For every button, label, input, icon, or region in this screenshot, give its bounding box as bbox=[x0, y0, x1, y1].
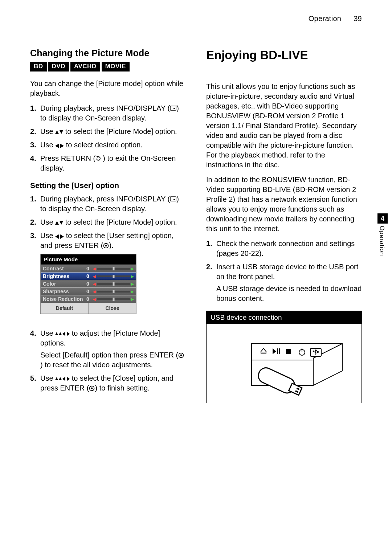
steps-user-option-4-5: Use to adjust the [Picture Mode] options… bbox=[30, 328, 186, 393]
column-right: Enjoying BD-LIVE This unit allows you to… bbox=[206, 47, 362, 403]
step-1: During playback, press INFO/DISPLAY () t… bbox=[30, 103, 186, 123]
svg-marker-11 bbox=[55, 234, 59, 239]
heading-bd-live: Enjoying BD-LIVE bbox=[206, 47, 362, 64]
svg-marker-12 bbox=[60, 234, 64, 239]
user-step-4: Use to adjust the [Picture Mode] options… bbox=[30, 328, 186, 370]
svg-marker-24 bbox=[67, 377, 70, 381]
intro-paragraph: You can change the [Picture mode] option… bbox=[30, 79, 186, 98]
osd-title: Picture Mode bbox=[41, 254, 136, 265]
bd-live-paragraph-2: In addition to the BONUSVIEW function, B… bbox=[206, 175, 362, 234]
steps-bd-live: Check the network connection and setting… bbox=[206, 239, 362, 303]
step-3: Use to select desired option. bbox=[30, 140, 186, 150]
osd-footer: Default Close bbox=[41, 303, 136, 314]
svg-marker-4 bbox=[55, 144, 59, 148]
svg-rect-7 bbox=[170, 197, 176, 201]
side-tab: 4 Operation bbox=[377, 213, 388, 256]
info-display-icon bbox=[170, 196, 176, 202]
svg-marker-6 bbox=[96, 156, 98, 158]
heading-user-option: Setting the [User] option bbox=[30, 180, 186, 191]
step-4: Press RETURN () to exit the On-Screen di… bbox=[30, 154, 186, 173]
svg-marker-18 bbox=[67, 332, 70, 336]
enter-icon bbox=[103, 243, 109, 249]
picture-mode-osd: Picture Mode Contrast 0 ◀▶ Brightness 0 … bbox=[40, 254, 136, 314]
tag-avchd: AVCHD bbox=[70, 62, 100, 71]
svg-marker-2 bbox=[55, 130, 59, 134]
svg-marker-21 bbox=[55, 377, 58, 380]
osd-default-button: Default bbox=[41, 303, 89, 314]
bdlive-step-2-sub: A USB storage device is needed to downlo… bbox=[216, 284, 362, 303]
svg-rect-35 bbox=[277, 348, 278, 354]
side-tab-label: Operation bbox=[377, 226, 386, 256]
heading-picture-mode: Changing the Picture Mode bbox=[30, 47, 186, 60]
svg-rect-46 bbox=[317, 351, 318, 352]
return-icon bbox=[95, 156, 103, 162]
osd-row-color: Color 0 ◀▶ bbox=[41, 280, 136, 287]
info-display-icon bbox=[170, 106, 176, 111]
bdlive-step-1: Check the network connection and setting… bbox=[206, 239, 362, 258]
tag-movie: MOVIE bbox=[102, 62, 130, 71]
enter-icon bbox=[89, 385, 95, 391]
svg-point-45 bbox=[313, 351, 314, 352]
osd-slider: ◀▶ bbox=[91, 297, 136, 302]
user-step-1: During playback, press INFO/DISPLAY () t… bbox=[30, 194, 186, 214]
osd-close-button: Close bbox=[89, 303, 136, 314]
osd-slider: ◀▶ bbox=[91, 282, 136, 287]
svg-point-20 bbox=[180, 355, 182, 356]
column-left: Changing the Picture Mode BD DVD AVCHD M… bbox=[30, 47, 186, 403]
usb-panel: USB device connection bbox=[206, 311, 362, 404]
osd-slider: ◀▶ bbox=[91, 266, 136, 271]
left-right-icon bbox=[55, 234, 64, 239]
steps-change-picture-mode: During playback, press INFO/DISPLAY () t… bbox=[30, 103, 186, 173]
user-step-3: Use to select the [User setting] option,… bbox=[30, 231, 186, 250]
four-way-icon bbox=[55, 376, 70, 381]
osd-slider: ◀▶ bbox=[91, 274, 136, 279]
osd-slider: ◀▶ bbox=[91, 289, 136, 294]
user-step-4-sub: Select [Default] option then press ENTER… bbox=[40, 350, 186, 370]
svg-rect-0 bbox=[170, 106, 176, 110]
disc-type-tags: BD DVD AVCHD MOVIE bbox=[30, 62, 186, 71]
bdlive-step-2: Insert a USB storage device to the USB p… bbox=[206, 262, 362, 303]
svg-marker-22 bbox=[59, 377, 62, 380]
running-header: Operation 39 bbox=[309, 14, 362, 24]
svg-rect-8 bbox=[173, 199, 175, 200]
svg-marker-17 bbox=[62, 332, 65, 336]
up-down-icon bbox=[55, 220, 63, 225]
svg-marker-5 bbox=[60, 144, 64, 148]
side-tab-number: 4 bbox=[377, 213, 388, 224]
tag-dvd: DVD bbox=[48, 62, 69, 71]
user-step-5: Use to select the [Close] option, and pr… bbox=[30, 373, 186, 393]
user-step-2: Use to select the [Picture Mode] option. bbox=[30, 217, 186, 227]
bd-live-paragraph-1: This unit allows you to enjoy functions … bbox=[206, 82, 362, 170]
svg-point-14 bbox=[105, 245, 107, 247]
svg-point-26 bbox=[91, 388, 93, 389]
svg-marker-16 bbox=[59, 332, 62, 335]
usb-device-icon bbox=[219, 331, 350, 396]
osd-row-contrast: Contrast 0 ◀▶ bbox=[41, 265, 136, 272]
header-page-number: 39 bbox=[354, 15, 362, 23]
svg-marker-15 bbox=[55, 332, 58, 335]
osd-row-sharpness: Sharpness 0 ◀▶ bbox=[41, 287, 136, 295]
tag-bd: BD bbox=[30, 62, 47, 71]
four-way-icon bbox=[55, 331, 70, 336]
enter-icon bbox=[178, 352, 184, 358]
svg-point-42 bbox=[315, 350, 317, 351]
left-right-icon bbox=[55, 144, 64, 148]
up-down-icon bbox=[55, 130, 63, 135]
steps-user-option-1-3: During playback, press INFO/DISPLAY () t… bbox=[30, 194, 186, 250]
svg-marker-9 bbox=[55, 221, 59, 225]
svg-rect-37 bbox=[286, 349, 291, 354]
step-2: Use to select the [Picture Mode] option. bbox=[30, 127, 186, 136]
osd-row-brightness: Brightness 0 ◀▶ bbox=[41, 272, 136, 280]
svg-marker-10 bbox=[60, 221, 63, 225]
svg-marker-3 bbox=[60, 130, 63, 134]
svg-rect-36 bbox=[279, 348, 280, 354]
svg-marker-23 bbox=[62, 377, 65, 381]
header-section: Operation bbox=[309, 15, 342, 23]
usb-panel-title: USB device connection bbox=[206, 311, 362, 324]
osd-row-noise-reduction: Noise Reduction 0 ◀▶ bbox=[41, 295, 136, 303]
svg-rect-1 bbox=[173, 108, 175, 109]
usb-illustration bbox=[206, 324, 362, 403]
